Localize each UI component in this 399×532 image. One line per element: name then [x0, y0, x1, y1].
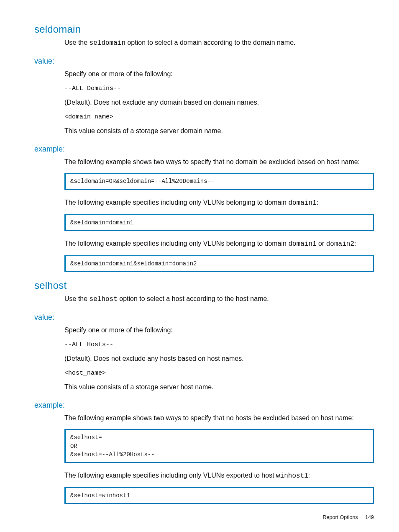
value-name-desc: This value consists of a storage server … — [64, 126, 374, 136]
text-span: Use the — [64, 39, 90, 46]
inline-code: seldomain — [90, 39, 125, 47]
code-text: &seldomain=OR&seldomain=--All%20Domains-… — [64, 173, 374, 190]
value-lead: Specify one or more of the following: — [64, 325, 374, 336]
section-selhost: selhost Use the selhost option to select… — [34, 280, 374, 504]
code-block: &seldomain=domain1 — [64, 214, 374, 231]
subsection-example-label: example: — [34, 401, 374, 410]
code-text: &selhost= OR &selhost=--All%20Hosts-- — [64, 429, 374, 463]
text-span: : — [354, 240, 356, 247]
value-all-token: --ALL Hosts-- — [64, 340, 374, 350]
intro-paragraph: Use the selhost option to select a host … — [64, 294, 374, 305]
code-block: &seldomain=domain1&seldomain=domain2 — [64, 255, 374, 272]
inline-code: domain1 — [288, 199, 316, 207]
inline-code: winhost1 — [276, 472, 308, 480]
value-all-desc: (Default). Does not exclude any hosts ba… — [64, 354, 374, 364]
subsection-value-label: value: — [34, 57, 374, 66]
value-block: Specify one or more of the following: --… — [64, 69, 374, 136]
footer-label: Report Options — [323, 514, 358, 520]
code-text: &selhost=winhost1 — [64, 487, 374, 504]
value-name-token: <host_name> — [64, 368, 374, 378]
page-content: seldomain Use the seldomain option to se… — [0, 0, 399, 532]
example-desc: The following example specifies includin… — [64, 198, 374, 208]
text-span: The following example specifies includin… — [64, 199, 288, 206]
text-span: : — [317, 199, 318, 206]
value-name-desc: This value consists of a storage server … — [64, 382, 374, 393]
intro-paragraph: Use the seldomain option to select a dom… — [64, 38, 374, 49]
subsection-example-label: example: — [34, 145, 374, 154]
example-desc: The following example shows two ways to … — [64, 157, 374, 167]
example-desc: The following example shows two ways to … — [64, 413, 374, 424]
inline-code: selhost — [90, 296, 118, 303]
code-block: &selhost= OR &selhost=--All%20Hosts-- — [64, 429, 374, 463]
text-span: option to select a host according to the… — [118, 295, 269, 302]
text-span: : — [308, 472, 310, 479]
section-title: seldomain — [34, 23, 374, 35]
inline-code: domain1 — [288, 240, 316, 248]
page-number: 149 — [365, 514, 374, 520]
example-desc: The following example specifies includin… — [64, 470, 374, 481]
text-span: or — [317, 240, 326, 247]
code-block: &seldomain=OR&seldomain=--All%20Domains-… — [64, 173, 374, 190]
text-span: The following example specifies includin… — [64, 240, 288, 247]
value-all-token: --ALL Domains-- — [64, 84, 374, 93]
section-seldomain: seldomain Use the seldomain option to se… — [34, 23, 374, 272]
page-footer: Report Options 149 — [323, 514, 374, 520]
text-span: The following example specifies includin… — [64, 472, 276, 479]
text-span: Use the — [64, 295, 90, 302]
value-lead: Specify one or more of the following: — [64, 69, 374, 80]
text-span: option to select a domain according to t… — [125, 39, 295, 46]
example-desc: The following example specifies includin… — [64, 239, 374, 249]
inline-code: domain2 — [326, 240, 354, 248]
section-title: selhost — [34, 280, 374, 291]
subsection-value-label: value: — [34, 313, 374, 322]
value-name-token: <domain_name> — [64, 112, 374, 122]
code-block: &selhost=winhost1 — [64, 487, 374, 504]
value-all-desc: (Default). Does not exclude any domain b… — [64, 98, 374, 108]
value-block: Specify one or more of the following: --… — [64, 325, 374, 393]
code-text: &seldomain=domain1 — [64, 214, 374, 231]
code-text: &seldomain=domain1&seldomain=domain2 — [64, 255, 374, 272]
